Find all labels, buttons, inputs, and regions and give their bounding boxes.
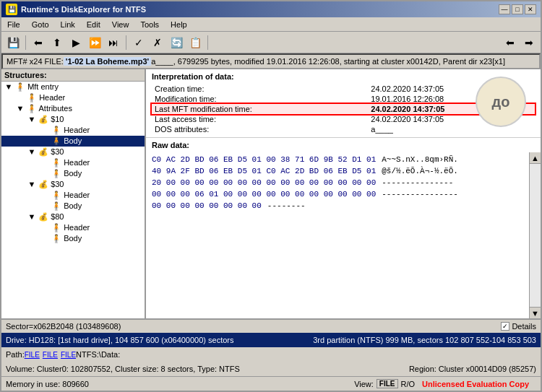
file-links: FILE FILE FILE [25,351,76,359]
tb-cross[interactable]: ✗ [149,34,166,51]
raw-ascii-0: A~~S.nX..8qm›RÑ. [382,154,458,165]
label-10: $10 [51,115,64,123]
raw-row-1: 40 9A 2F BD 06 EB D5 01 C0 AC 2D BD 06 E… [152,165,523,177]
icon-10h: 🧍 [51,126,61,134]
tree-attrs[interactable]: ▼ 🧍 Attributes [1,103,145,114]
label-30: $30 [51,147,64,156]
file-link-1[interactable]: FILE [25,351,40,359]
details-checkbox[interactable]: ✓ [501,322,509,331]
logo-text: до [492,94,510,110]
interp-label-mft-mod: Last MFT modification time: [152,104,368,114]
menu-goto[interactable]: Goto [26,17,55,31]
sep1 [25,35,26,50]
tree-30h[interactable]: 🧍 Header [1,157,145,168]
expand-30[interactable]: ▼ [27,147,36,156]
expand-80[interactable]: ▼ [27,212,36,221]
volume-bar: Volume: Cluster0: 102807552, Cluster siz… [1,362,541,376]
menu-help[interactable]: Help [165,17,193,31]
file-link-3[interactable]: FILE [61,351,76,359]
icon-10b: 🧍 [51,136,61,145]
tree-10[interactable]: ▼ 💰 $10 [1,114,145,125]
menu-file[interactable]: File [1,17,26,31]
tb-refresh[interactable]: 🔄 [168,34,185,51]
raw-scrollbar[interactable]: ▲ ▼ [529,152,541,318]
expand-30-2[interactable]: ▼ [27,180,36,188]
tree-80h[interactable]: 🧍 Header [1,222,145,233]
label-80: $80 [51,212,64,221]
tb-up[interactable]: ⬆ [48,34,66,51]
title-bar: 💾 Runtime's DiskExplorer for NTFS — □ ✕ [1,1,541,17]
file-link-2[interactable]: FILE [43,351,58,359]
tb-prev-arrow[interactable]: ⬅ [502,34,519,51]
icon-80h: 🧍 [51,223,61,232]
icon-30b: 🧍 [51,169,61,178]
label-30b2: Body [64,201,82,210]
view-label: View: [351,380,377,388]
main-content: Structures: ▼ 🧍 Mft entry 🧍 Header ▼ [1,69,541,318]
label-attrs: Attributes [39,104,72,113]
region-info: Region: Cluster x00014D09 (85257) [409,365,536,373]
tree-30h2[interactable]: 🧍 Header [1,190,145,201]
tree-30b2[interactable]: 🧍 Body [1,201,145,212]
tree-80b[interactable]: 🧍 Body [1,233,145,244]
tb-save[interactable]: 💾 [4,34,22,51]
raw-row-2: 20 00 00 00 00 00 00 00 00 00 00 00 00 0… [152,177,523,188]
raw-hex-2: 20 00 00 00 00 00 00 00 00 00 00 00 00 0… [152,177,376,188]
interp-label-creation: Creation time: [152,84,368,94]
tb-check[interactable]: ✓ [130,34,147,51]
title-bar-left: 💾 Runtime's DiskExplorer for NTFS [6,4,146,15]
tb-ffwd[interactable]: ⏩ [86,34,103,51]
tree-80[interactable]: ▼ 💰 $80 [1,212,145,222]
expand-mft[interactable]: ▼ [4,82,13,91]
scroll-down[interactable]: ▼ [530,307,541,318]
menu-edit[interactable]: Edit [81,17,106,31]
logo-circle: до [476,77,526,127]
memory-info: Memory in use: 809660 [1,380,351,388]
tree-mft[interactable]: ▼ 🧍 Mft entry [1,82,145,92]
maximize-button[interactable]: □ [512,4,523,14]
info-bar-prefix: MFT# x24 FILE: [7,57,64,66]
tree-10b[interactable]: 🧍 Body [1,136,145,147]
close-button[interactable]: ✕ [525,4,536,14]
interp-row-access: Last access time: 24.02.2020 14:37:05 [152,114,535,124]
tree-30b[interactable]: 🧍 Body [1,168,145,179]
menu-tools[interactable]: Tools [134,17,165,31]
menu-bar: File Goto Link Edit View Tools Help [1,17,541,32]
tree-header[interactable]: 🧍 Header [1,92,145,103]
expand-attrs[interactable]: ▼ [16,104,25,113]
details-check[interactable]: ✓ Details [501,322,536,331]
icon-attrs: 🧍 [27,104,37,113]
drive-info: Drive: HD128: [1st hard drive], 104 857 … [6,336,234,344]
raw-row-3: 00 00 00 06 01 00 00 00 00 00 00 00 00 0… [152,188,523,200]
expand-30b2 [40,201,49,210]
title-controls: — □ ✕ [499,4,536,14]
menu-link[interactable]: Link [55,17,81,31]
unlicensed-text: Unlicensed Evaluation Copy [418,380,533,388]
tb-clipboard[interactable]: 📋 [186,34,204,51]
tb-next-arrow[interactable]: ➡ [520,34,538,51]
right-panel: Interpretation of data: до Creation time… [146,69,541,318]
expand-30b [40,169,49,178]
label-mft: Mft entry [27,82,59,91]
scroll-up[interactable]: ▲ [530,152,541,164]
tree-10h[interactable]: 🧍 Header [1,125,145,136]
minimize-button[interactable]: — [499,4,510,14]
raw-row-0: C0 AC 2D BD 06 EB D5 01 00 38 71 6D 9B 5… [152,154,523,165]
tree-30-2[interactable]: ▼ 💰 $30 [1,179,145,190]
path-label: Path: [6,350,25,359]
expand-80b [40,234,49,243]
toolbar: 💾 ⬅ ⬆ ▶ ⏩ ⏭ ✓ ✗ 🔄 📋 ⬅ ➡ [1,32,541,53]
tree-30[interactable]: ▼ 💰 $30 [1,147,145,157]
menu-view[interactable]: View [106,17,135,31]
expand-10[interactable]: ▼ [27,115,36,123]
expand-80h [40,223,49,232]
interp-row-dos: DOS attributes: a____ [152,124,535,134]
icon-30h: 🧍 [51,158,61,167]
label-30-2: $30 [51,180,64,188]
tb-back[interactable]: ⬅ [30,34,47,51]
tb-end[interactable]: ⏭ [105,34,122,51]
label-10h: Header [64,126,90,134]
tb-play[interactable]: ▶ [67,34,85,51]
sector-info: Sector=x062B2048 (103489608) [6,322,121,331]
label-80h: Header [64,223,90,232]
